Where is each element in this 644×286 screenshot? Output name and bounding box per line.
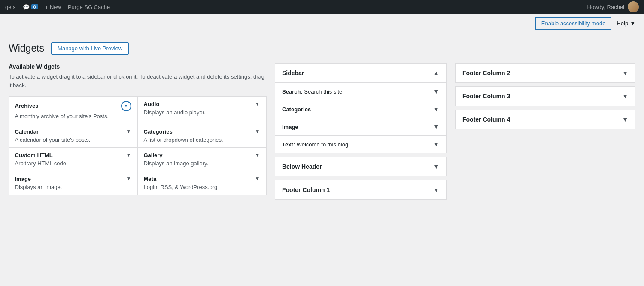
site-name[interactable]: gets xyxy=(5,4,16,10)
widget-audio-description: Displays an audio player. xyxy=(144,109,260,116)
comments-count: 0 xyxy=(31,4,38,9)
help-button[interactable]: Help ▼ xyxy=(617,20,635,27)
page-title-row: Widgets Manage with Live Preview xyxy=(9,42,635,55)
below-header-title: Below Header xyxy=(282,163,322,170)
widget-archives[interactable]: Archives ▼ A monthly archive of your sit… xyxy=(9,96,138,124)
widget-categories-name: Categories xyxy=(144,128,173,135)
widgets-grid: Archives ▼ A monthly archive of your sit… xyxy=(9,96,266,195)
widgets-layout: Available Widgets To activate a widget d… xyxy=(9,63,635,203)
audio-chevron-icon: ▼ xyxy=(255,101,260,107)
new-content-link[interactable]: + New xyxy=(45,4,61,10)
widget-image-name: Image xyxy=(15,176,31,182)
footer-column-4-area: Footer Column 4 ▼ xyxy=(455,110,635,129)
gallery-chevron-icon: ▼ xyxy=(255,152,260,158)
widget-audio[interactable]: Audio ▼ Displays an audio player. xyxy=(137,96,267,124)
footer-column-3-title: Footer Column 3 xyxy=(462,93,510,100)
below-header-area-header[interactable]: Below Header ▼ xyxy=(275,157,446,176)
below-header-chevron-icon: ▼ xyxy=(433,163,439,170)
footer-column-1-area-header[interactable]: Footer Column 1 ▼ xyxy=(275,180,446,199)
sidebar-chevron-icon: ▲ xyxy=(433,70,439,76)
page-title: Widgets xyxy=(9,43,44,54)
footer-column-3-area-header[interactable]: Footer Column 3 ▼ xyxy=(456,87,635,106)
widget-archives-name: Archives xyxy=(15,103,39,109)
admin-bar: gets 💬 0 + New Purge SG Cache Howdy, Rac… xyxy=(0,0,644,14)
footer-column-2-area-header[interactable]: Footer Column 2 ▼ xyxy=(456,64,635,82)
footer-column-4-area-header[interactable]: Footer Column 4 ▼ xyxy=(456,110,635,129)
widget-categories-description: A list or dropdown of categories. xyxy=(144,137,260,143)
widget-calendar-name: Calendar xyxy=(15,128,39,135)
widgets-header-bar: Enable accessibility mode Help ▼ xyxy=(0,14,644,33)
widget-meta-name: Meta xyxy=(144,176,157,182)
sidebar-widget-image[interactable]: Image ▼ xyxy=(275,118,446,135)
widget-categories[interactable]: Categories ▼ A list or dropdown of categ… xyxy=(137,124,267,148)
available-widgets-description: To activate a widget drag it to a sideba… xyxy=(9,73,266,89)
footer-column-1-title: Footer Column 1 xyxy=(282,186,330,193)
available-widgets-title: Available Widgets xyxy=(9,63,266,70)
sidebars-panel: Sidebar ▲ Search: Search this site ▼ Cat… xyxy=(275,63,635,203)
sidebar-image-label: Image xyxy=(282,124,298,130)
calendar-chevron-icon: ▼ xyxy=(126,128,131,134)
widget-custom-html-description: Arbitrary HTML code. xyxy=(15,160,131,167)
manage-live-preview-button[interactable]: Manage with Live Preview xyxy=(51,42,129,55)
sidebar-widget-categories[interactable]: Categories ▼ xyxy=(275,100,446,118)
comment-icon: 💬 xyxy=(23,4,30,10)
enable-accessibility-button[interactable]: Enable accessibility mode xyxy=(535,17,612,30)
widgets-page: Widgets Manage with Live Preview Availab… xyxy=(0,33,644,212)
widget-gallery-name: Gallery xyxy=(144,152,163,158)
below-header-area: Below Header ▼ xyxy=(275,157,447,176)
custom-html-chevron-icon: ▼ xyxy=(126,152,131,158)
sidebar-image-chevron-icon: ▼ xyxy=(433,123,439,130)
avatar[interactable] xyxy=(628,1,639,12)
sidebar-text-label: Text: Welcome to this blog! xyxy=(282,141,350,148)
sidebar-search-label: Search: Search this site xyxy=(282,88,342,95)
widget-calendar-description: A calendar of your site's posts. xyxy=(15,137,131,143)
footer-column-2-title: Footer Column 2 xyxy=(462,70,510,76)
footer-column-1-area: Footer Column 1 ▼ xyxy=(275,180,447,200)
widget-audio-name: Audio xyxy=(144,101,160,107)
footer-column-3-chevron-icon: ▼ xyxy=(622,93,628,100)
archives-expand-icon[interactable]: ▼ xyxy=(121,101,131,111)
footer-column-4-chevron-icon: ▼ xyxy=(622,116,628,123)
widget-gallery-description: Displays an image gallery. xyxy=(144,160,260,167)
widget-gallery[interactable]: Gallery ▼ Displays an image gallery. xyxy=(137,147,267,171)
sidebar-column-right: Footer Column 2 ▼ Footer Column 3 ▼ Foot… xyxy=(455,63,635,133)
widget-custom-html-name: Custom HTML xyxy=(15,152,53,158)
available-widgets-panel: Available Widgets To activate a widget d… xyxy=(9,63,266,195)
footer-column-3-area: Footer Column 3 ▼ xyxy=(455,86,635,106)
sidebar-search-chevron-icon: ▼ xyxy=(433,88,439,95)
help-chevron-icon: ▼ xyxy=(630,20,635,27)
sidebar-title: Sidebar xyxy=(282,70,304,76)
widget-meta-description: Login, RSS, & WordPress.org xyxy=(144,184,260,190)
footer-column-1-chevron-icon: ▼ xyxy=(433,186,439,193)
sidebar-area-header[interactable]: Sidebar ▲ xyxy=(275,64,446,82)
sidebar-column-left: Sidebar ▲ Search: Search this site ▼ Cat… xyxy=(275,63,447,203)
sidebar-widget-search[interactable]: Search: Search this site ▼ xyxy=(275,82,446,100)
widget-archives-description: A monthly archive of your site's Posts. xyxy=(15,113,131,119)
meta-chevron-icon: ▼ xyxy=(255,176,260,182)
widget-image[interactable]: Image ▼ Displays an image. xyxy=(9,171,138,195)
sidebar-widget-text[interactable]: Text: Welcome to this blog! ▼ xyxy=(275,135,446,153)
purge-cache-link[interactable]: Purge SG Cache xyxy=(68,4,110,10)
comments-link[interactable]: 💬 0 xyxy=(23,4,38,10)
widget-meta[interactable]: Meta ▼ Login, RSS, & WordPress.org xyxy=(137,171,267,195)
sidebar-categories-chevron-icon: ▼ xyxy=(433,106,439,113)
categories-chevron-icon: ▼ xyxy=(255,128,260,134)
sidebar-text-chevron-icon: ▼ xyxy=(433,141,439,148)
footer-column-4-title: Footer Column 4 xyxy=(462,116,510,123)
widget-calendar[interactable]: Calendar ▼ A calendar of your site's pos… xyxy=(9,124,138,148)
howdy-text: Howdy, Rachel xyxy=(587,4,624,10)
sidebar-categories-label: Categories xyxy=(282,106,311,113)
footer-column-2-chevron-icon: ▼ xyxy=(622,70,628,76)
widget-custom-html[interactable]: Custom HTML ▼ Arbitrary HTML code. xyxy=(9,147,138,171)
sidebar-area: Sidebar ▲ Search: Search this site ▼ Cat… xyxy=(275,63,447,153)
footer-column-2-area: Footer Column 2 ▼ xyxy=(455,63,635,83)
widget-image-description: Displays an image. xyxy=(15,184,131,190)
help-label: Help xyxy=(617,20,628,27)
image-chevron-icon: ▼ xyxy=(126,176,131,182)
